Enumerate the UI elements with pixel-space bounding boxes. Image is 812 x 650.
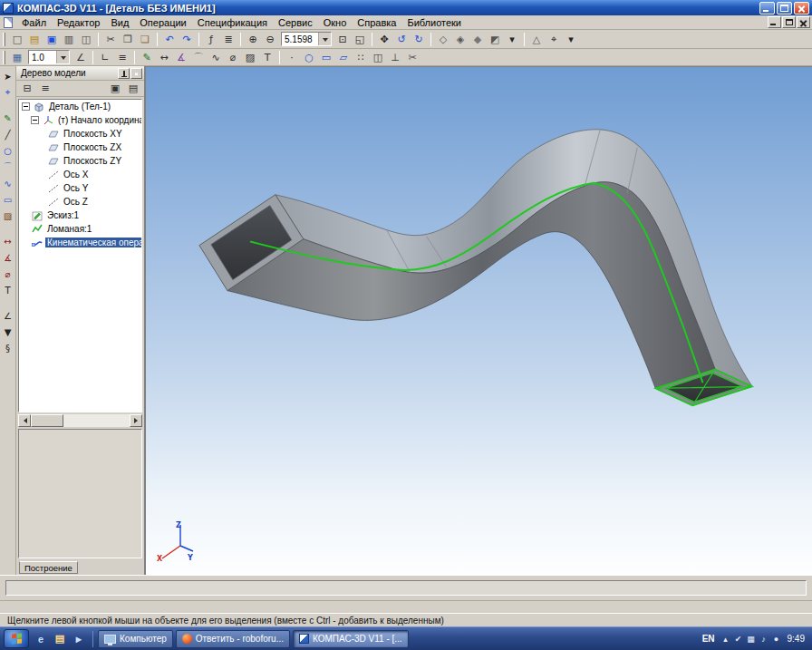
selection-tool[interactable]: ➤: [1, 69, 15, 83]
orientation-button[interactable]: ⌖: [546, 32, 562, 47]
taskbar-button-kompas[interactable]: КОМПАС-3D V11 - [...: [293, 630, 409, 648]
pan-button[interactable]: ✥: [376, 32, 392, 47]
toolbar-grip[interactable]: [3, 51, 5, 64]
tree-item-part[interactable]: Деталь (Тел-1): [19, 100, 141, 113]
save-button[interactable]: ▣: [44, 32, 60, 47]
layers-button[interactable]: ≡: [114, 50, 130, 65]
arc-button[interactable]: ⌒: [190, 50, 207, 65]
print-preview-button[interactable]: ◫: [78, 32, 94, 47]
scroll-left-icon[interactable]: [18, 414, 31, 427]
tree-item-axis-z[interactable]: Ось Z: [19, 195, 141, 209]
cut-button[interactable]: ✂: [102, 32, 119, 47]
tree-item-plane-zx[interactable]: Плоскость ZX: [19, 141, 141, 154]
mdi-restore-button[interactable]: [782, 16, 796, 28]
sketch-tool[interactable]: ✎: [1, 111, 15, 125]
tray-status-icon[interactable]: ●: [771, 633, 782, 645]
zoom-out-button[interactable]: ⊖: [262, 32, 278, 47]
tree-item-axis-y[interactable]: Ось Y: [19, 181, 141, 195]
menu-libraries[interactable]: Библиотеки: [401, 16, 467, 29]
perspective-button[interactable]: △: [528, 32, 545, 47]
refresh-button[interactable]: ↺: [393, 32, 410, 47]
dropdown-arrow-icon[interactable]: [318, 33, 331, 45]
rectangle-tool[interactable]: ▭: [1, 192, 15, 207]
measure-tool[interactable]: ∠: [1, 308, 15, 323]
tree-item-plane-xy[interactable]: Плоскость XY: [19, 127, 141, 141]
menu-help[interactable]: Справка: [352, 16, 401, 29]
zoom-in-button[interactable]: ⊕: [245, 32, 261, 47]
tab-build[interactable]: Построение: [19, 561, 78, 574]
scrollbar-track[interactable]: [63, 414, 130, 427]
circle-tool[interactable]: ○: [1, 143, 15, 158]
mirror-button[interactable]: ◫: [370, 50, 386, 65]
grid-button[interactable]: ▦: [9, 50, 25, 65]
mdi-minimize-button[interactable]: [768, 16, 781, 28]
menu-file[interactable]: Файл: [16, 16, 52, 29]
spline-tool[interactable]: ∿: [1, 176, 15, 190]
paste-button[interactable]: ❏: [137, 32, 153, 47]
display-mode-dropdown[interactable]: ▾: [504, 32, 520, 47]
tree-composition-button[interactable]: ≡: [37, 81, 53, 96]
tree-item-axis-x[interactable]: Ось X: [19, 168, 141, 181]
line-tool[interactable]: ╱: [1, 127, 15, 141]
tree-item-sweep-operation[interactable]: Кинематическая операц: [19, 236, 141, 249]
circle-button[interactable]: ○: [301, 50, 317, 65]
quick-launch-explorer-button[interactable]: ▤: [51, 630, 69, 648]
menu-operations[interactable]: Операции: [134, 16, 191, 29]
restore-button[interactable]: [777, 2, 792, 15]
copy-button[interactable]: ❐: [120, 32, 136, 47]
perpendicular-button[interactable]: ⊥: [387, 50, 403, 65]
angle-button[interactable]: ∡: [173, 50, 189, 65]
model-3d[interactable]: [146, 67, 812, 575]
shaded-mode-button[interactable]: ◆: [469, 32, 486, 47]
variables-button[interactable]: ƒ: [203, 32, 219, 47]
menu-editor[interactable]: Редактор: [52, 16, 105, 29]
measure-button[interactable]: ↔: [156, 50, 172, 65]
tray-hidden-icons-button[interactable]: ▴: [720, 633, 731, 645]
tree-item-plane-zy[interactable]: Плоскость ZY: [19, 154, 141, 168]
shaded-edges-mode-button[interactable]: ◩: [487, 32, 503, 47]
close-button[interactable]: [794, 2, 809, 15]
tree-view-mode-button[interactable]: ⊟: [19, 81, 35, 96]
pin-icon[interactable]: [118, 68, 130, 79]
filter-tool[interactable]: ▼: [1, 325, 15, 339]
library-manager-button[interactable]: ≣: [220, 32, 237, 47]
diameter-dimension-tool[interactable]: ⌀: [1, 267, 15, 281]
hatch-button[interactable]: ▨: [242, 50, 258, 65]
rotate-view-button[interactable]: ↻: [411, 32, 427, 47]
snap-settings-button[interactable]: ∠: [72, 50, 89, 65]
hidden-lines-mode-button[interactable]: ◈: [452, 32, 469, 47]
ortho-button[interactable]: ∟: [97, 50, 113, 65]
rectangle-button[interactable]: ▭: [318, 50, 334, 65]
menu-window[interactable]: Окно: [318, 16, 353, 29]
tree-item-polyline[interactable]: Ломаная:1: [19, 222, 141, 236]
tray-volume-icon[interactable]: ♪: [759, 633, 769, 645]
tree-detach-button[interactable]: ▣: [107, 81, 123, 96]
tray-security-icon[interactable]: ✔: [733, 633, 744, 645]
sketch-mode-button[interactable]: ✎: [139, 50, 155, 65]
panel-close-icon[interactable]: [130, 68, 142, 79]
collapse-icon[interactable]: [31, 116, 39, 124]
language-indicator[interactable]: EN: [702, 634, 715, 644]
point-button[interactable]: ·: [284, 50, 300, 65]
geometry-tool[interactable]: ⌖: [1, 85, 15, 100]
undo-button[interactable]: ↶: [161, 32, 178, 47]
text-button[interactable]: Т: [259, 50, 276, 65]
specification-tool[interactable]: §: [1, 341, 15, 355]
trim-button[interactable]: ✂: [404, 50, 420, 65]
tree-item-sketch[interactable]: Эскиз:1: [19, 209, 141, 222]
text-tool[interactable]: Т: [1, 283, 15, 297]
tray-network-icon[interactable]: ▦: [746, 633, 757, 645]
redo-button[interactable]: ↷: [179, 32, 195, 47]
menu-service[interactable]: Сервис: [273, 16, 318, 29]
dimension-tool[interactable]: ↔: [1, 234, 15, 248]
dropdown-arrow-icon[interactable]: [56, 51, 69, 63]
diameter-button[interactable]: ⌀: [225, 50, 241, 65]
fit-all-button[interactable]: ◱: [352, 32, 368, 47]
scrollbar-thumb[interactable]: [31, 414, 63, 427]
tree-extra-button[interactable]: ▤: [125, 81, 141, 96]
zoom-combo[interactable]: 5.1598: [281, 32, 332, 46]
arc-tool[interactable]: ⌒: [1, 160, 15, 174]
viewport-3d[interactable]: Z X Y: [145, 66, 812, 575]
spline-button[interactable]: ∿: [208, 50, 224, 65]
wireframe-mode-button[interactable]: ◇: [435, 32, 451, 47]
